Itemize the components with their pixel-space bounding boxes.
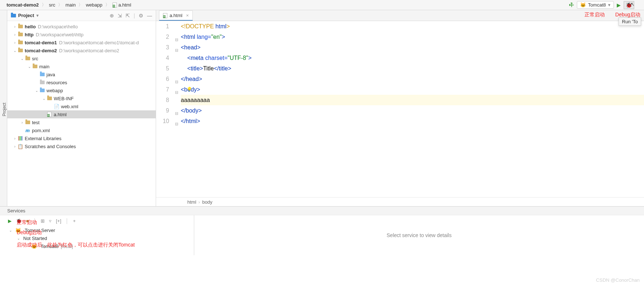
tree-item[interactable]: ⌄src <box>7 54 156 62</box>
expand-icon[interactable]: ⇲ <box>118 13 122 19</box>
project-panel-title: Project <box>18 13 34 18</box>
tree-item[interactable]: ›External Libraries <box>7 134 156 142</box>
run-config-selector[interactable]: 🐱 Tomcat8 ▾ <box>577 1 614 9</box>
service-stop-button[interactable]: ■ <box>26 218 29 224</box>
run-tooltip: Run 'To <box>619 17 641 26</box>
service-run-button[interactable]: ▶ <box>8 218 12 224</box>
gear-icon[interactable]: ⚙ <box>139 13 143 19</box>
editor-breadcrumbs[interactable]: html › body <box>156 197 644 206</box>
minimize-icon[interactable]: — <box>147 13 152 19</box>
tab-label: a.html <box>170 13 182 18</box>
add-icon[interactable]: [+] <box>56 218 61 224</box>
tree-item[interactable]: 📄web.xml <box>7 102 156 110</box>
service-item[interactable]: ⌄🐱Tomcat Server <box>8 226 194 234</box>
run-config-label: Tomcat8 <box>588 2 606 8</box>
locate-icon[interactable]: ⊕ <box>110 13 114 19</box>
run-button[interactable]: ▶ <box>617 2 621 8</box>
chevron-down-icon[interactable]: ▾ <box>36 13 39 18</box>
fold-column[interactable]: ⊟⊟⊟⊟⊟⊟ <box>174 21 181 197</box>
service-item[interactable]: ⌄Not Started <box>8 234 194 242</box>
html-file-icon <box>163 13 167 18</box>
tree-item[interactable]: mpom.xml <box>7 126 156 134</box>
project-tree[interactable]: ›helloD:\workspace\hello›httpD:\workspac… <box>7 21 156 206</box>
cursor-icon: ↖ <box>631 1 635 7</box>
line-gutter: 12345678910 <box>156 21 174 197</box>
tree-item[interactable]: ⌄webapp <box>7 86 156 94</box>
watermark: CSDN @ConorChan <box>596 277 640 283</box>
filter-icon[interactable]: ▿ <box>49 218 52 224</box>
maven-icon: m <box>25 128 30 133</box>
plus-icon[interactable]: + <box>73 218 76 224</box>
tree-item[interactable]: ⌄tomcat-demo2D:\workspace\tomcat-demo2 <box>7 46 156 54</box>
library-icon <box>17 136 23 141</box>
editor-tab[interactable]: a.html × <box>159 11 193 21</box>
services-panel-header[interactable]: Services <box>0 206 644 215</box>
scratch-icon: 📋 <box>17 144 23 149</box>
code-editor[interactable]: <!DOCTYPE html><html lang="en"><head> <m… <box>181 21 644 197</box>
service-details-placeholder: Select service to view details <box>194 215 644 255</box>
tree-item[interactable]: a.html <box>7 110 156 118</box>
folder-icon <box>17 49 23 52</box>
breadcrumb-item[interactable]: main <box>63 2 78 8</box>
breadcrumb-item[interactable]: a.html <box>110 2 133 8</box>
tree-item[interactable]: ›test <box>7 118 156 126</box>
breadcrumb-item[interactable]: webapp <box>83 2 105 8</box>
folder-icon <box>39 73 45 76</box>
collapse-icon[interactable]: ⇱ <box>126 13 130 19</box>
folder-icon <box>39 89 45 92</box>
project-icon <box>11 14 16 17</box>
project-tool-tab[interactable]: Project <box>0 10 7 206</box>
tree-item[interactable]: ⌄WEB-INF <box>7 94 156 102</box>
folder-icon <box>17 33 23 36</box>
folder-icon <box>46 97 52 100</box>
tree-item[interactable]: ›httpD:\workspace\web\http <box>7 30 156 38</box>
breadcrumb-item[interactable]: tomcat-demo2 <box>4 2 41 8</box>
tree-item[interactable]: ⌄main <box>7 62 156 70</box>
tree-item[interactable]: resources <box>7 78 156 86</box>
service-debug-button[interactable]: 🐞 <box>16 218 22 224</box>
tomcat-icon: 🐱 <box>580 2 586 8</box>
tomcat-icon: 🐱 <box>15 228 21 233</box>
tree-item[interactable]: ›helloD:\workspace\hello <box>7 23 156 30</box>
resources-icon <box>39 81 45 84</box>
tree-item[interactable]: java <box>7 70 156 78</box>
folder-icon <box>25 121 30 124</box>
html-file-icon <box>46 112 52 117</box>
service-item[interactable]: 🐱Tomcat8 [local] <box>8 242 194 250</box>
tree-item[interactable]: ›📋Scratches and Consoles <box>7 142 156 150</box>
close-icon[interactable]: × <box>186 13 189 18</box>
folder-icon <box>25 57 30 60</box>
services-tree[interactable]: ⌄🐱Tomcat Server⌄Not Started🐱Tomcat8 [loc… <box>0 226 194 250</box>
chevron-down-icon: ▾ <box>608 2 611 8</box>
xml-file-icon: 📄 <box>54 104 60 109</box>
breadcrumb-item[interactable]: src <box>47 2 57 8</box>
folder-icon <box>17 25 23 28</box>
tree-view-icon[interactable]: ⊞ <box>41 218 45 224</box>
folder-icon <box>32 65 38 68</box>
tree-item[interactable]: ›tomcat-demo1D:\workspace\tomcat-demo1\t… <box>7 38 156 46</box>
tomcat-icon: 🐱 <box>31 244 37 249</box>
breadcrumb-bar: tomcat-demo2〉src〉main〉webapp〉a.html <box>0 2 569 8</box>
folder-icon <box>17 41 23 44</box>
